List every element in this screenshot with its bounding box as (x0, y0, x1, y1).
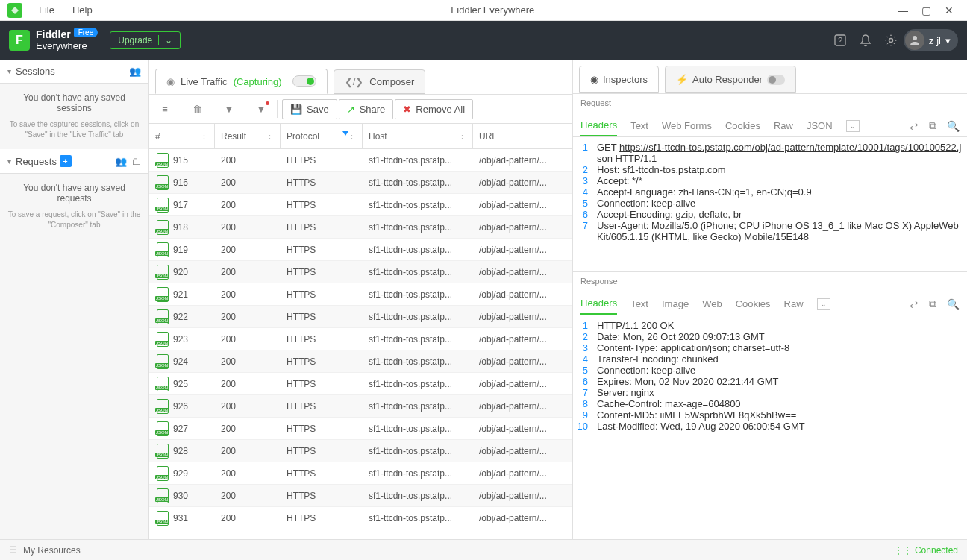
subtab-web-forms[interactable]: Web Forms (662, 116, 712, 136)
table-row[interactable]: 923200HTTPSsf1-ttcdn-tos.pstatp.../obj/a… (149, 328, 572, 350)
table-row[interactable]: 928200HTTPSsf1-ttcdn-tos.pstatp.../obj/a… (149, 440, 572, 462)
share-button[interactable]: ↗Share (339, 99, 394, 119)
remove-all-button[interactable]: ✖Remove All (395, 99, 473, 119)
toggle-view-icon[interactable]: ⇄ (910, 298, 919, 310)
search-icon[interactable]: 🔍 (947, 120, 960, 132)
sidebar: ▾ Sessions 👥 You don't have any saved se… (0, 60, 149, 539)
app-icon (7, 3, 22, 18)
response-tabs: HeadersTextImageWebCookiesRaw⌄⇄⧉🔍 (573, 290, 967, 315)
request-label: Request (573, 94, 967, 112)
table-row[interactable]: 924200HTTPSsf1-ttcdn-tos.pstatp.../obj/a… (149, 350, 572, 373)
table-row[interactable]: 929200HTTPSsf1-ttcdn-tos.pstatp.../obj/a… (149, 462, 572, 485)
json-icon (155, 488, 169, 503)
menu-help[interactable]: Help (63, 4, 101, 16)
subtab-raw[interactable]: Raw (774, 116, 793, 136)
code-icon: ❮/❯ (345, 76, 364, 87)
table-row[interactable]: 918200HTTPSsf1-ttcdn-tos.pstatp.../obj/a… (149, 216, 572, 239)
subtab-text[interactable]: Text (630, 116, 648, 136)
request-url[interactable]: https://sf1-ttcdn-tos.pstatp.com/obj/ad-… (597, 142, 961, 164)
expand-icon[interactable]: ⌄ (817, 298, 830, 310)
logo-text: FiddlerFree Everywhere (36, 29, 98, 51)
subtab-image[interactable]: Image (662, 294, 689, 314)
json-icon (155, 444, 169, 459)
copy-icon[interactable]: ⧉ (929, 119, 936, 132)
col-result[interactable]: Result⋮ (215, 124, 281, 148)
minimize-icon[interactable]: — (898, 4, 908, 16)
expand-icon[interactable]: ⌄ (846, 120, 860, 132)
table-row[interactable]: 922200HTTPSsf1-ttcdn-tos.pstatp.../obj/a… (149, 306, 572, 328)
share-users-icon[interactable]: 👥 (129, 66, 141, 77)
delete-icon[interactable]: 🗑 (186, 98, 208, 120)
sessions-empty: You don't have any saved sessions To sav… (0, 84, 148, 149)
filter-icon[interactable]: ▼ (218, 98, 240, 120)
requests-empty: You don't have any saved requests To sav… (0, 174, 148, 239)
tab-auto-responder[interactable]: ⚡ Auto Responder (665, 66, 796, 93)
col-url[interactable]: URL (473, 124, 572, 148)
response-code[interactable]: 1HTTP/1.1 200 OK2Date: Mon, 26 Oct 2020 … (573, 315, 967, 539)
table-row[interactable]: 916200HTTPSsf1-ttcdn-tos.pstatp.../obj/a… (149, 172, 572, 194)
json-icon (155, 198, 169, 213)
chevron-down-icon: ▾ (945, 35, 951, 46)
grid-header: #⋮ Result⋮ Protocol⋮ Host⋮ URL (149, 124, 572, 149)
table-row[interactable]: 921200HTTPSsf1-ttcdn-tos.pstatp.../obj/a… (149, 283, 572, 306)
table-row[interactable]: 927200HTTPSsf1-ttcdn-tos.pstatp.../obj/a… (149, 418, 572, 440)
subtab-web[interactable]: Web (702, 294, 722, 314)
table-row[interactable]: 920200HTTPSsf1-ttcdn-tos.pstatp.../obj/a… (149, 261, 572, 283)
subtab-raw[interactable]: Raw (784, 294, 804, 314)
table-row[interactable]: 915200HTTPSsf1-ttcdn-tos.pstatp.../obj/a… (149, 149, 572, 172)
hamburger-icon[interactable]: ☰ (9, 545, 17, 556)
json-icon (155, 332, 169, 347)
window-title: Fiddler Everywhere (101, 4, 884, 16)
search-icon[interactable]: 🔍 (947, 298, 960, 310)
tab-inspectors[interactable]: ◉ Inspectors (579, 66, 659, 93)
sidebar-requests-header[interactable]: ▾ Requests + 👥 🗀 (0, 149, 148, 174)
share-users-icon[interactable]: 👥 (115, 156, 127, 167)
request-code[interactable]: 1GET https://sf1-ttcdn-tos.pstatp.com/ob… (573, 137, 967, 271)
table-row[interactable]: 919200HTTPSsf1-ttcdn-tos.pstatp.../obj/a… (149, 239, 572, 261)
subtab-headers[interactable]: Headers (580, 293, 617, 315)
sidebar-sessions-header[interactable]: ▾ Sessions 👥 (0, 60, 148, 84)
col-num[interactable]: #⋮ (149, 124, 215, 148)
subtab-cookies[interactable]: Cookies (736, 294, 771, 314)
json-icon (155, 511, 169, 526)
notifications-icon[interactable] (853, 28, 878, 53)
user-menu[interactable]: z jl ▾ (904, 29, 958, 51)
save-icon: 💾 (290, 104, 302, 115)
close-icon[interactable]: ✕ (945, 4, 954, 16)
subtab-headers[interactable]: Headers (580, 115, 617, 136)
col-host[interactable]: Host⋮ (363, 124, 473, 148)
tab-composer[interactable]: ❮/❯ Composer (334, 69, 426, 94)
tab-live-traffic[interactable]: ◉ Live Traffic (Capturing) (155, 69, 328, 94)
inspector-panel: ◉ Inspectors ⚡ Auto Responder Request He… (573, 60, 967, 539)
add-request-icon[interactable]: + (60, 155, 72, 167)
user-name: z jl (929, 35, 941, 46)
capture-toggle[interactable] (292, 75, 316, 87)
auto-responder-toggle[interactable] (767, 75, 785, 85)
table-row[interactable]: 925200HTTPSsf1-ttcdn-tos.pstatp.../obj/a… (149, 373, 572, 395)
json-icon (155, 175, 169, 190)
maximize-icon[interactable]: ▢ (921, 4, 931, 16)
chevron-down-icon[interactable]: ⌄ (158, 35, 172, 45)
table-row[interactable]: 917200HTTPSsf1-ttcdn-tos.pstatp.../obj/a… (149, 194, 572, 216)
save-button[interactable]: 💾Save (282, 99, 337, 119)
table-row[interactable]: 931200HTTPSsf1-ttcdn-tos.pstatp.../obj/a… (149, 507, 572, 529)
subtab-text[interactable]: Text (630, 294, 648, 314)
toggle-view-icon[interactable]: ⇄ (910, 120, 919, 132)
stream-icon[interactable]: ≡ (154, 98, 176, 120)
wifi-icon: ⋮⋮ (894, 545, 912, 556)
copy-icon[interactable]: ⧉ (929, 298, 936, 310)
subtab-json[interactable]: JSON (807, 116, 833, 136)
subtab-cookies[interactable]: Cookies (725, 116, 760, 136)
menu-file[interactable]: File (30, 4, 63, 16)
upgrade-button[interactable]: Upgrade ⌄ (110, 31, 181, 49)
my-resources-link[interactable]: My Resources (23, 545, 81, 556)
col-protocol[interactable]: Protocol⋮ (281, 124, 363, 148)
folder-icon[interactable]: 🗀 (131, 156, 141, 167)
filter-active-icon[interactable]: ▼ (250, 98, 272, 120)
table-row[interactable]: 930200HTTPSsf1-ttcdn-tos.pstatp.../obj/a… (149, 485, 572, 507)
settings-icon[interactable] (878, 28, 904, 53)
grid-body[interactable]: 915200HTTPSsf1-ttcdn-tos.pstatp.../obj/a… (149, 149, 572, 539)
help-icon[interactable]: ? (827, 28, 853, 53)
json-icon (155, 265, 169, 280)
table-row[interactable]: 926200HTTPSsf1-ttcdn-tos.pstatp.../obj/a… (149, 395, 572, 418)
